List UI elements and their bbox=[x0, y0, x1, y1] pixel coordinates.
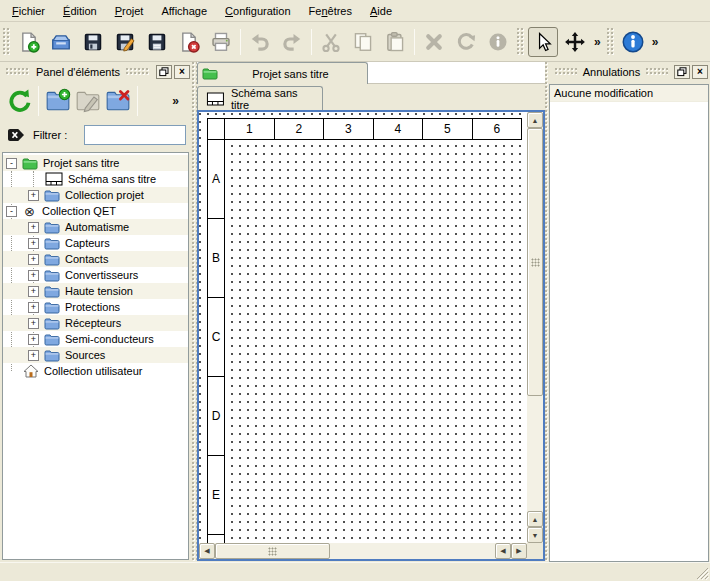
new-project-button[interactable] bbox=[14, 27, 44, 57]
scroll-left-button[interactable]: ◀ bbox=[495, 543, 511, 559]
tree-item-haute-tension[interactable]: + Haute tension bbox=[3, 283, 188, 299]
close-panel-button[interactable]: × bbox=[692, 65, 708, 79]
select-tool-button[interactable] bbox=[528, 27, 558, 57]
horizontal-scrollbar[interactable]: ◀ ◀ ▶ bbox=[199, 543, 527, 559]
close-icon: × bbox=[179, 67, 185, 77]
scroll-up-button[interactable]: ▲ bbox=[527, 112, 543, 128]
project-tab[interactable]: Projet sans titre bbox=[197, 62, 368, 84]
tree-item-diagram[interactable]: Schéma sans titre bbox=[3, 171, 188, 187]
vertical-scroll-thumb[interactable] bbox=[527, 128, 543, 396]
menu-aide[interactable]: Aide bbox=[361, 0, 401, 21]
expand-icon[interactable]: + bbox=[28, 318, 39, 329]
new-document-icon bbox=[18, 31, 40, 53]
elements-panel-titlebar[interactable]: Panel d'éléments × bbox=[0, 62, 192, 82]
expand-icon[interactable]: + bbox=[28, 190, 39, 201]
menu-configuration[interactable]: Configuration bbox=[216, 0, 299, 21]
tree-item-collection-utilisateur[interactable]: Collection utilisateur bbox=[3, 363, 188, 379]
panel-toolbar-overflow-button[interactable]: » bbox=[169, 94, 182, 108]
toolbar-drag-handle[interactable] bbox=[3, 28, 10, 56]
scroll-up-button[interactable]: ▲ bbox=[527, 511, 543, 527]
resize-grip-icon[interactable] bbox=[695, 566, 709, 580]
horizontal-scroll-thumb[interactable] bbox=[215, 543, 330, 559]
clear-filter-icon[interactable] bbox=[6, 126, 26, 144]
row-header: B bbox=[207, 219, 225, 298]
dock-grip[interactable] bbox=[646, 68, 668, 76]
expand-icon[interactable]: + bbox=[28, 254, 39, 265]
close-panel-button[interactable]: × bbox=[174, 65, 190, 79]
collapse-icon[interactable]: - bbox=[6, 158, 17, 169]
undo-button[interactable] bbox=[245, 27, 275, 57]
scroll-down-button[interactable]: ▼ bbox=[527, 527, 543, 543]
reload-collections-button[interactable] bbox=[4, 86, 34, 116]
toolbar-overflow-button[interactable]: » bbox=[649, 35, 662, 49]
diagram-tab[interactable]: Schéma sans titre bbox=[197, 86, 323, 110]
float-panel-button[interactable] bbox=[674, 65, 690, 79]
move-tool-button[interactable] bbox=[560, 27, 590, 57]
tree-item-semi-conducteurs[interactable]: + Semi-conducteurs bbox=[3, 331, 188, 347]
edit-category-button[interactable] bbox=[73, 86, 103, 116]
menu-fichier[interactable]: Fichier bbox=[3, 0, 54, 21]
toolbar-overflow-button[interactable]: » bbox=[591, 35, 604, 49]
scroll-left-button[interactable]: ◀ bbox=[199, 543, 215, 559]
scroll-right-button[interactable]: ▶ bbox=[511, 543, 527, 559]
tree-item-protections[interactable]: + Protections bbox=[3, 299, 188, 315]
expand-icon[interactable]: + bbox=[28, 270, 39, 281]
float-panel-button[interactable] bbox=[156, 65, 172, 79]
expand-icon[interactable]: + bbox=[28, 302, 39, 313]
tree-item-project[interactable]: - Projet sans titre bbox=[3, 155, 188, 171]
menu-projet[interactable]: Projet bbox=[106, 0, 153, 21]
dock-grip[interactable] bbox=[6, 68, 30, 76]
dock-grip[interactable] bbox=[126, 68, 150, 76]
tree-item-automatisme[interactable]: + Automatisme bbox=[3, 219, 188, 235]
tree-item-label: Sources bbox=[65, 349, 105, 361]
tree-item-contacts[interactable]: + Contacts bbox=[3, 251, 188, 267]
about-button[interactable] bbox=[618, 27, 648, 57]
vertical-scrollbar[interactable]: ▲ ▲ ▼ bbox=[527, 112, 543, 543]
expand-icon[interactable]: + bbox=[28, 350, 39, 361]
menu-fenetres[interactable]: Fenêtres bbox=[300, 0, 361, 21]
expand-icon[interactable]: + bbox=[28, 238, 39, 249]
qelectrotech-window: { "menu": { "items": [ { "pre": "", "key… bbox=[0, 0, 710, 581]
dock-grip[interactable] bbox=[555, 68, 577, 76]
cut-button[interactable] bbox=[316, 27, 346, 57]
horizontal-scroll-track[interactable] bbox=[330, 543, 495, 559]
expand-icon[interactable]: + bbox=[28, 286, 39, 297]
save-all-button[interactable] bbox=[142, 27, 172, 57]
menu-affichage[interactable]: Affichage bbox=[152, 0, 216, 21]
tree-item-collection-qet[interactable]: - ⊗ Collection QET bbox=[3, 203, 188, 219]
filter-input[interactable] bbox=[84, 125, 186, 145]
toolbar-drag-handle[interactable] bbox=[517, 28, 524, 56]
undo-history-list[interactable]: Aucune modification bbox=[549, 84, 709, 562]
close-file-button[interactable] bbox=[174, 27, 204, 57]
open-folder-icon bbox=[50, 31, 72, 53]
tree-item-convertisseurs[interactable]: + Convertisseurs bbox=[3, 267, 188, 283]
element-info-button[interactable] bbox=[483, 27, 513, 57]
undo-panel-titlebar[interactable]: Annulations × bbox=[549, 62, 710, 82]
diagram-canvas[interactable]: 1 2 3 4 5 6 A B C D E bbox=[199, 112, 527, 543]
toolbar-drag-handle[interactable] bbox=[607, 28, 614, 56]
print-button[interactable] bbox=[206, 27, 236, 57]
redo-button[interactable] bbox=[277, 27, 307, 57]
tree-item-capteurs[interactable]: + Capteurs bbox=[3, 235, 188, 251]
tree-item-label: Schéma sans titre bbox=[68, 173, 156, 185]
tree-item-recepteurs[interactable]: + Récepteurs bbox=[3, 315, 188, 331]
copy-button[interactable] bbox=[348, 27, 378, 57]
paste-button[interactable] bbox=[380, 27, 410, 57]
save-as-button[interactable] bbox=[110, 27, 140, 57]
expand-icon[interactable]: + bbox=[28, 334, 39, 345]
expand-icon[interactable]: + bbox=[28, 222, 39, 233]
undo-panel: Annulations × Aucune modification bbox=[549, 62, 710, 562]
collapse-icon[interactable]: - bbox=[6, 206, 17, 217]
delete-category-button[interactable] bbox=[103, 86, 133, 116]
delete-button[interactable] bbox=[419, 27, 449, 57]
qet-collection-icon: ⊗ bbox=[22, 205, 37, 218]
open-project-button[interactable] bbox=[46, 27, 76, 57]
rotate-button[interactable] bbox=[451, 27, 481, 57]
save-button[interactable] bbox=[78, 27, 108, 57]
vertical-scroll-track[interactable] bbox=[527, 396, 543, 511]
folder-icon bbox=[44, 189, 60, 202]
new-category-button[interactable] bbox=[43, 86, 73, 116]
tree-item-sources[interactable]: + Sources bbox=[3, 347, 188, 363]
menu-edition[interactable]: Édition bbox=[54, 0, 106, 21]
tree-item-collection-projet[interactable]: + Collection projet bbox=[3, 187, 188, 203]
